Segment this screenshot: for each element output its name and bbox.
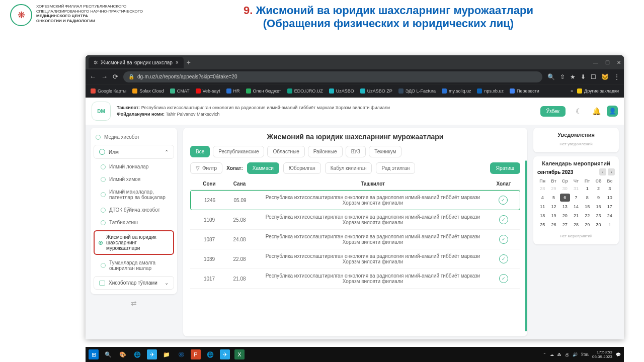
- taskbar-app-icon[interactable]: 🌐: [132, 349, 142, 359]
- bookmark[interactable]: HR: [226, 88, 240, 94]
- taskbar-app-icon[interactable]: ✈: [147, 349, 157, 359]
- calendar-day[interactable]: 1: [605, 221, 615, 229]
- calendar-day[interactable]: 30: [560, 185, 570, 193]
- window-close-icon[interactable]: ✕: [617, 60, 621, 65]
- window-max-icon[interactable]: ☐: [605, 60, 610, 65]
- calendar-day[interactable]: 22: [582, 212, 592, 220]
- tray-lang[interactable]: ЎЗБ: [581, 352, 589, 357]
- tray-icon[interactable]: ☁: [550, 352, 554, 357]
- table-row[interactable]: 108724.08Республика ихтисослаштирилган о…: [190, 230, 520, 249]
- other-bookmarks[interactable]: Другие закладки: [577, 88, 619, 94]
- calendar-day[interactable]: 29: [548, 185, 558, 193]
- browser-tab[interactable]: ✲ Жисмоний ва юридик шахслар ×: [89, 57, 184, 68]
- scope-vuz[interactable]: ВУЗ: [346, 146, 366, 157]
- calendar-day[interactable]: 15: [582, 203, 592, 211]
- profile-button[interactable]: 👤: [607, 106, 618, 117]
- star-icon[interactable]: ★: [570, 73, 576, 80]
- scope-all[interactable]: Все: [190, 146, 210, 157]
- bookmark[interactable]: Solax Cloud: [132, 88, 164, 94]
- taskbar-app-icon[interactable]: 🌐: [205, 349, 215, 359]
- address-bar[interactable]: 🔒 dg-m.uz/uz/reports/appeals?skip=0&take…: [123, 71, 542, 82]
- calendar-day[interactable]: 24: [605, 212, 615, 220]
- moon-icon[interactable]: ☾: [576, 107, 582, 115]
- calendar-day[interactable]: 9: [593, 194, 603, 202]
- scope-republic[interactable]: Республиканские: [213, 146, 264, 157]
- bookmark[interactable]: Опен бюджет: [246, 88, 281, 94]
- calendar-day-today[interactable]: 6: [560, 194, 570, 202]
- next-month-icon[interactable]: ›: [608, 168, 615, 175]
- notification-center-icon[interactable]: 💬: [616, 352, 621, 357]
- calendar-day[interactable]: 7: [571, 194, 581, 202]
- tray-icon[interactable]: 🖨: [565, 352, 569, 357]
- calendar-day[interactable]: 14: [571, 203, 581, 211]
- table-row[interactable]: 110925.08Республика ихтисослаштирилган о…: [190, 210, 520, 230]
- table-row[interactable]: 124605.09Республика ихтисослаштирилган о…: [190, 190, 520, 210]
- calendar-day[interactable]: 11: [537, 203, 547, 211]
- status-rejected[interactable]: Рад этилган: [376, 162, 415, 174]
- filter-button[interactable]: ▽Филтр: [190, 162, 222, 174]
- sidebar-item-implement[interactable]: Татбик этиш: [91, 216, 177, 229]
- calendar-day[interactable]: 28: [537, 185, 547, 193]
- sidebar-group-reports[interactable]: Хисоботлар тўплами⌄: [94, 276, 174, 290]
- bookmark[interactable]: ЭДО L-Factura: [398, 88, 436, 94]
- menu-icon[interactable]: ⋮: [614, 73, 620, 80]
- forward-icon[interactable]: →: [101, 73, 108, 80]
- calendar-day[interactable]: 3: [605, 185, 615, 193]
- sidebar-group-science[interactable]: Илм⌃: [94, 145, 174, 159]
- table-row[interactable]: 101721.08Республика ихтисослаштирилган о…: [190, 269, 520, 289]
- calendar-day[interactable]: 10: [605, 194, 615, 202]
- avatar-icon[interactable]: 🐱: [601, 73, 609, 80]
- bookmark[interactable]: UzASBO ZP: [360, 88, 392, 94]
- calendar-day[interactable]: 25: [537, 221, 547, 229]
- start-icon[interactable]: ⊞: [89, 349, 99, 359]
- calendar-day[interactable]: 2: [593, 185, 603, 193]
- scope-district[interactable]: Районные: [308, 146, 343, 157]
- calendar-day[interactable]: 8: [582, 194, 592, 202]
- calendar-day[interactable]: 16: [593, 203, 603, 211]
- sidebar-item-media[interactable]: Медиа хисобот: [91, 131, 177, 143]
- download-icon[interactable]: ⬇: [581, 73, 586, 80]
- taskbar-app-icon[interactable]: X: [234, 349, 245, 359]
- bookmark[interactable]: CMAT: [170, 88, 190, 94]
- search-icon[interactable]: 🔍: [547, 73, 555, 80]
- status-sent[interactable]: Юборилган: [283, 162, 321, 174]
- calendar-day[interactable]: 28: [571, 221, 581, 229]
- calendar-day[interactable]: 18: [537, 212, 547, 220]
- bookmark[interactable]: Перевести: [510, 88, 539, 94]
- extensions-icon[interactable]: ☐: [591, 73, 596, 80]
- bookmark[interactable]: my.soliq.uz: [442, 88, 471, 94]
- bookmark[interactable]: EDO.IJRO.UZ: [287, 88, 323, 94]
- back-icon[interactable]: ←: [90, 73, 96, 80]
- clock[interactable]: 17:58:53 06.09.2023: [592, 350, 612, 359]
- calendar-day[interactable]: 12: [548, 203, 558, 211]
- language-button[interactable]: Ўзбек: [540, 106, 566, 117]
- taskbar-app-icon[interactable]: P: [191, 349, 201, 359]
- table-row[interactable]: 103922.08Республика ихтисослаштирилган о…: [190, 249, 520, 269]
- calendar-day[interactable]: 29: [582, 221, 592, 229]
- bookmark[interactable]: Veb-sayt: [196, 88, 220, 94]
- status-all[interactable]: Хаммаси: [247, 162, 279, 174]
- sidebar-item-appeals[interactable]: Жисмоний ва юридик шахсларнинг мурожаатл…: [94, 230, 174, 255]
- bell-icon[interactable]: 🔔: [592, 107, 601, 115]
- taskbar-app-icon[interactable]: ✈: [220, 349, 230, 359]
- calendar-day[interactable]: 4: [537, 194, 547, 202]
- calendar-day[interactable]: 5: [548, 194, 558, 202]
- calendar-day[interactable]: 13: [560, 203, 570, 211]
- calendar-day[interactable]: 26: [548, 221, 558, 229]
- calendar-day[interactable]: 30: [593, 221, 603, 229]
- calendar-day[interactable]: 27: [560, 221, 570, 229]
- tray-icon[interactable]: 🖧: [557, 352, 561, 357]
- bookmark[interactable]: Google Карты: [91, 88, 126, 94]
- tray-icon[interactable]: 🔊: [573, 352, 578, 357]
- taskbar-app-icon[interactable]: 📁: [162, 349, 172, 359]
- taskbar-app-icon[interactable]: ⓔ: [176, 349, 186, 359]
- calendar-day[interactable]: 20: [560, 212, 570, 220]
- sidebar-item-articles[interactable]: Илмий мақолалар, патентлар ва бошқалар: [91, 186, 177, 204]
- prev-month-icon[interactable]: ‹: [599, 168, 606, 175]
- bookmark[interactable]: nps.xb.uz: [477, 88, 504, 94]
- scope-regional[interactable]: Областные: [267, 146, 304, 157]
- taskbar-app-icon[interactable]: 🎨: [118, 349, 128, 359]
- calendar-day[interactable]: 31: [571, 185, 581, 193]
- status-accepted[interactable]: Кабул килинган: [325, 162, 372, 174]
- bookmark[interactable]: UzASBO: [329, 88, 354, 94]
